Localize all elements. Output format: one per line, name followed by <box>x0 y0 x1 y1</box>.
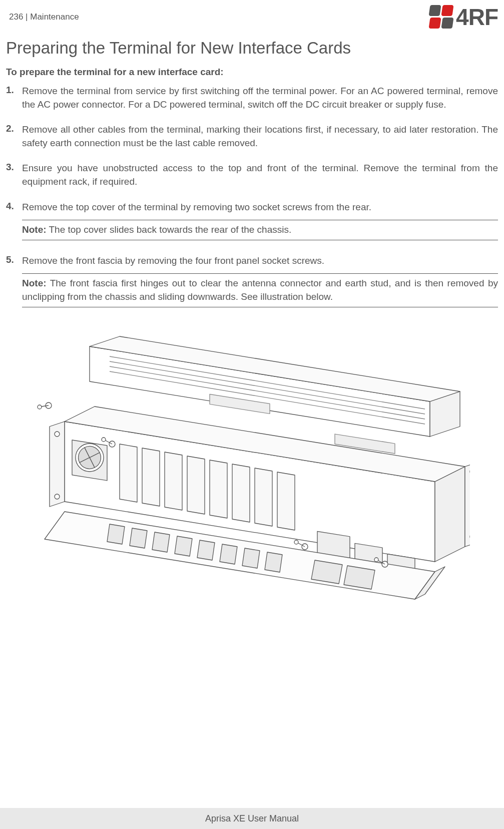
svg-marker-39 <box>242 548 260 568</box>
svg-marker-33 <box>107 524 125 544</box>
step-2-number: 2. <box>6 123 22 150</box>
step-4: 4. Remove the top cover of the terminal … <box>6 201 498 214</box>
svg-marker-24 <box>210 460 227 518</box>
svg-marker-41 <box>311 560 342 584</box>
step-4-text: Remove the top cover of the terminal by … <box>22 201 498 214</box>
note-step-5: Note: The front fascia first hinges out … <box>22 273 498 307</box>
svg-point-51 <box>294 540 298 544</box>
chassis-illustration <box>35 321 470 607</box>
svg-point-48 <box>102 438 106 442</box>
svg-marker-27 <box>277 472 295 530</box>
svg-point-45 <box>38 405 42 409</box>
step-3-number: 3. <box>6 162 22 188</box>
step-1-text: Remove the terminal from service by firs… <box>22 85 498 111</box>
page-content: Preparing the Terminal for New Interface… <box>0 29 504 607</box>
chassis-svg-icon <box>35 321 470 607</box>
header-divider: | <box>23 12 30 22</box>
svg-marker-10 <box>435 467 465 562</box>
svg-marker-36 <box>175 536 192 556</box>
svg-point-54 <box>374 558 378 562</box>
svg-marker-23 <box>187 456 205 514</box>
logo-text: 4RF <box>456 6 498 29</box>
page-header: 236 | Maintenance 4RF <box>0 0 504 29</box>
svg-point-14 <box>55 494 60 499</box>
svg-marker-15 <box>465 462 470 547</box>
section-name: Maintenance <box>30 12 79 22</box>
step-3-text: Ensure you have unobstructed access to t… <box>22 162 498 188</box>
svg-marker-37 <box>197 540 215 560</box>
note-5-text: The front fascia first hinges out to cle… <box>22 278 498 302</box>
note-step-4: Note: The top cover slides back towards … <box>22 220 498 240</box>
svg-marker-34 <box>130 528 147 548</box>
svg-marker-22 <box>165 452 182 510</box>
svg-marker-25 <box>232 464 250 522</box>
note-4-label: Note: <box>22 224 47 235</box>
step-5: 5. Remove the front fascia by removing t… <box>6 254 498 268</box>
page-footer: Aprisa XE User Manual <box>0 808 504 829</box>
page-number: 236 <box>9 12 23 22</box>
step-4-number: 4. <box>6 201 22 214</box>
logo-squares-icon <box>429 5 453 29</box>
svg-marker-21 <box>142 448 160 506</box>
step-1: 1. Remove the terminal from service by f… <box>6 85 498 111</box>
step-2-text: Remove all other cables from the termina… <box>22 123 498 150</box>
svg-point-13 <box>55 432 60 437</box>
note-5-label: Note: <box>22 278 47 288</box>
step-5-text: Remove the front fascia by removing the … <box>22 254 498 268</box>
footer-text: Aprisa XE User Manual <box>205 813 299 824</box>
step-3: 3. Ensure you have unobstructed access t… <box>6 162 498 188</box>
svg-marker-26 <box>255 468 272 526</box>
brand-logo: 4RF <box>429 5 498 29</box>
page-title: Preparing the Terminal for New Interface… <box>6 39 498 58</box>
svg-marker-42 <box>344 566 375 589</box>
step-1-number: 1. <box>6 85 22 111</box>
svg-marker-38 <box>220 544 237 564</box>
header-left: 236 | Maintenance <box>9 12 79 22</box>
step-5-number: 5. <box>6 254 22 268</box>
svg-marker-35 <box>152 532 170 552</box>
svg-marker-40 <box>265 552 282 572</box>
step-2: 2. Remove all other cables from the term… <box>6 123 498 150</box>
intro-text: To prepare the terminal for a new interf… <box>6 67 498 78</box>
svg-marker-20 <box>120 444 137 502</box>
note-4-text: The top cover slides back towards the re… <box>47 224 292 235</box>
